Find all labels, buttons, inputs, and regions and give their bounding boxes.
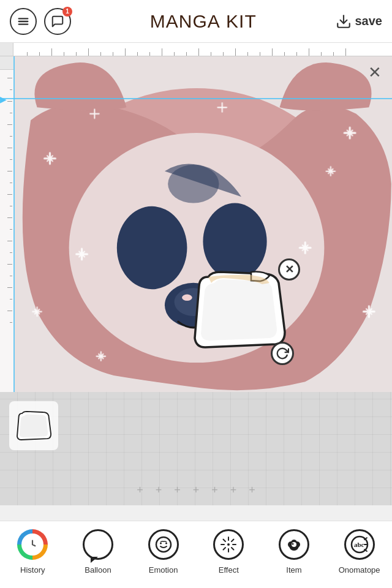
title-manga: MANGA [150, 11, 221, 31]
history-label: History [20, 565, 45, 575]
onomatope-label: Onomatope [339, 565, 380, 575]
title-kit: kit [226, 11, 257, 31]
svg-point-12 [168, 165, 219, 203]
canvas-wrapper: ▶ ✕ ✕ [0, 43, 392, 392]
svg-point-7 [117, 206, 187, 289]
emotion-label: Emotion [149, 565, 178, 575]
toolbar-item-balloon[interactable]: Balloon [70, 527, 126, 575]
save-button[interactable]: save [336, 13, 383, 29]
guide-arrow-left: ▶ [0, 94, 7, 104]
ruler-left [0, 56, 13, 392]
item-label: Item [286, 565, 301, 575]
app-title: MANGA kit [150, 11, 257, 32]
menu-button[interactable] [10, 8, 37, 35]
svg-point-55 [227, 543, 230, 546]
emotion-icon [148, 529, 179, 560]
svg-point-53 [160, 543, 162, 545]
effect-label: Effect [219, 565, 239, 575]
toolbar-item-item[interactable]: Item [266, 527, 322, 575]
guide-line-v1 [13, 56, 15, 392]
history-icon-wrap [15, 527, 50, 562]
svg-rect-18 [94, 108, 95, 119]
item-icon [279, 529, 309, 560]
sticker-panel-item[interactable] [9, 401, 58, 450]
svg-point-52 [156, 537, 171, 552]
balloon-icon-wrap [81, 527, 115, 562]
sticker-toast[interactable]: ✕ [190, 271, 288, 353]
history-icon [17, 529, 48, 560]
toolbar-item-onomatope[interactable]: abc Onomatope [332, 527, 387, 575]
balloon-label: Balloon [85, 565, 111, 575]
svg-line-63 [224, 548, 226, 550]
app-header: 1 MANGA kit save [0, 0, 392, 43]
sticker-rotate-button[interactable] [271, 342, 294, 365]
toolbar-item-history[interactable]: History [5, 527, 60, 575]
svg-point-8 [203, 203, 266, 280]
chat-button[interactable]: 1 [44, 8, 71, 35]
onomatope-icon-wrap: abc [342, 527, 377, 562]
guide-line-h1 [0, 98, 392, 99]
toolbar-item-emotion[interactable]: Emotion [136, 527, 191, 575]
svg-line-62 [232, 540, 234, 542]
svg-rect-46 [222, 102, 223, 113]
canvas-close-button[interactable]: ✕ [364, 61, 386, 83]
toolbar-item-effect[interactable]: Effect [201, 527, 256, 575]
sticker-close-button[interactable]: ✕ [278, 258, 300, 281]
bottom-toolbar: History Balloon Emotion [0, 521, 392, 588]
notification-badge: 1 [62, 7, 72, 17]
onomatope-icon: abc [344, 529, 375, 560]
sticker-panel: + + + + + + + [0, 392, 392, 505]
svg-line-60 [224, 540, 226, 542]
svg-point-69 [292, 543, 293, 545]
effect-icon [213, 529, 244, 560]
emotion-icon-wrap [146, 527, 181, 562]
canvas-area[interactable]: ▶ ✕ ✕ [0, 56, 392, 392]
effect-icon-wrap [211, 527, 246, 562]
header-left: 1 [10, 8, 71, 35]
save-label: save [355, 14, 383, 28]
balloon-icon [83, 529, 113, 560]
item-icon-wrap [277, 527, 311, 562]
svg-point-54 [165, 543, 167, 545]
ruler-top [0, 43, 392, 56]
svg-line-61 [232, 548, 234, 550]
svg-text:abc: abc [354, 541, 364, 548]
